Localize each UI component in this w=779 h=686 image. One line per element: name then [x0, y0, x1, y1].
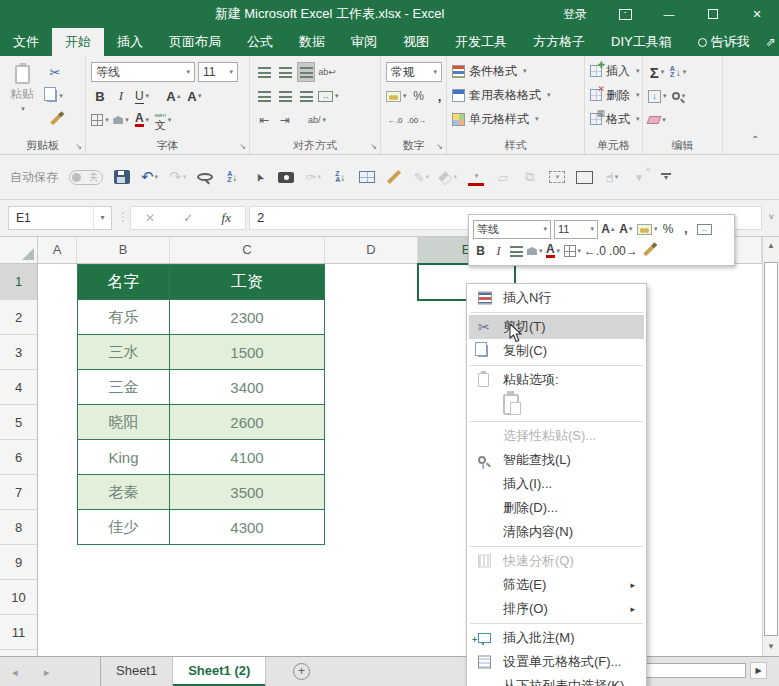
- row-header-4[interactable]: 4: [0, 370, 37, 405]
- copy-button[interactable]: ▾: [46, 86, 64, 106]
- row-header-5[interactable]: 5: [0, 405, 37, 440]
- bold-button[interactable]: B: [91, 86, 109, 106]
- format-as-table-button[interactable]: 套用表格格式▾: [452, 85, 551, 105]
- mini-decrease-decimal-button[interactable]: .00→: [609, 242, 638, 261]
- ribbon-tab-review[interactable]: 审阅: [338, 28, 390, 56]
- qat-font-color-button[interactable]: ▾: [468, 168, 484, 186]
- shrink-font-button[interactable]: A▼: [186, 86, 204, 106]
- orientation-button[interactable]: ab/▾: [308, 110, 326, 130]
- context-menu-item-delete[interactable]: 删除(D)...: [469, 496, 644, 520]
- percent-style-button[interactable]: %: [410, 86, 428, 106]
- ribbon-tab-developer[interactable]: 开发工具: [442, 28, 520, 56]
- ribbon-tab-ffcell[interactable]: 方方格子: [520, 28, 598, 56]
- table-header-cell[interactable]: 名字: [77, 264, 170, 300]
- insert-function-button[interactable]: fx: [222, 210, 231, 226]
- scroll-down-icon[interactable]: ▼: [763, 638, 779, 656]
- vertical-scrollbar[interactable]: ▲ ▼: [762, 237, 779, 656]
- wrap-text-button[interactable]: ab↩: [318, 62, 336, 82]
- mini-comma-button[interactable]: ,: [679, 220, 694, 239]
- mini-font-color-button[interactable]: A▾: [546, 242, 561, 261]
- mini-accounting-button[interactable]: ▾: [637, 220, 658, 239]
- row-header-8[interactable]: 8: [0, 510, 37, 545]
- row-header-11[interactable]: 11: [0, 615, 37, 650]
- qat-select-cells-button[interactable]: [359, 171, 375, 183]
- table-cell[interactable]: 三金: [77, 370, 170, 405]
- align-bottom-button[interactable]: [297, 62, 315, 82]
- collapse-ribbon-button[interactable]: ⌃: [751, 134, 759, 145]
- table-cell[interactable]: King: [77, 440, 170, 475]
- sheet-tab-sheet1[interactable]: Sheet1: [101, 657, 173, 686]
- cancel-entry-button[interactable]: ✕: [145, 211, 155, 225]
- qat-shapes-button[interactable]: [495, 168, 511, 186]
- align-right-button[interactable]: [297, 86, 315, 106]
- ribbon-tab-diy-toolbox[interactable]: DIY工具箱: [598, 28, 685, 56]
- context-menu-item-filter[interactable]: 筛选(E)▸: [469, 573, 644, 597]
- align-top-button[interactable]: [255, 62, 273, 82]
- row-header-6[interactable]: 6: [0, 440, 37, 475]
- row-header-2[interactable]: 2: [0, 300, 37, 335]
- table-cell[interactable]: 3400: [170, 370, 325, 405]
- table-cell[interactable]: 老秦: [77, 475, 170, 510]
- context-menu-item-sort[interactable]: 排序(O)▸: [469, 597, 644, 621]
- underline-button[interactable]: U▾: [133, 86, 151, 106]
- increase-indent-button[interactable]: ⇥: [276, 110, 294, 130]
- ribbon-tab-tell-me[interactable]: 告诉我: [685, 28, 763, 56]
- vertical-scroll-thumb[interactable]: [764, 262, 778, 636]
- cell-styles-button[interactable]: 单元格样式▾: [452, 109, 551, 129]
- context-menu-paste-option-button[interactable]: [469, 392, 644, 419]
- qat-more-commands-button[interactable]: [658, 168, 674, 186]
- column-header-a[interactable]: A: [38, 237, 77, 263]
- ribbon-display-options-button[interactable]: ˆ: [603, 0, 647, 28]
- ribbon-tab-insert[interactable]: 插入: [104, 28, 156, 56]
- context-menu-item-paste-options[interactable]: 粘贴选项:: [469, 368, 644, 392]
- context-menu-item-smart-lookup[interactable]: 智能查找(L): [469, 448, 644, 472]
- table-cell[interactable]: 4100: [170, 440, 325, 475]
- qat-format-painter-button[interactable]: [387, 170, 401, 184]
- autosum-button[interactable]: Σ▾: [648, 62, 666, 82]
- ribbon-tab-formulas[interactable]: 公式: [234, 28, 286, 56]
- font-color-button[interactable]: A▾: [133, 110, 151, 130]
- table-cell[interactable]: 2600: [170, 405, 325, 440]
- paste-button[interactable]: 粘贴 ▾: [5, 61, 39, 131]
- login-button[interactable]: 登录: [547, 6, 603, 23]
- fill-button[interactable]: ↓▾: [648, 86, 667, 106]
- font-dialog-launcher[interactable]: ↘: [239, 142, 246, 151]
- maximize-button[interactable]: [691, 0, 735, 28]
- new-sheet-button[interactable]: +: [293, 663, 310, 680]
- qat-save-button[interactable]: [114, 170, 130, 184]
- context-menu-item-cut[interactable]: 剪切(T): [469, 315, 644, 339]
- qat-fill-color-button[interactable]: ▾: [440, 168, 457, 186]
- qat-print-preview-button[interactable]: [197, 173, 213, 181]
- accounting-format-button[interactable]: ▾: [386, 86, 407, 106]
- context-menu-item-format-cells[interactable]: 设置单元格格式(F)...: [469, 650, 644, 674]
- context-menu-item-pick-from-list[interactable]: 从下拉列表中选择(K)...: [469, 674, 644, 686]
- expand-formula-bar-icon[interactable]: ˅: [769, 212, 774, 222]
- share-button[interactable]: ⇗: [763, 28, 779, 56]
- qat-camera-button[interactable]: [278, 172, 294, 183]
- mini-center-button[interactable]: [509, 242, 524, 261]
- qat-edit-pen-button[interactable]: ▾: [413, 168, 429, 186]
- align-center-button[interactable]: [276, 86, 294, 106]
- ribbon-tab-data[interactable]: 数据: [286, 28, 338, 56]
- row-header-7[interactable]: 7: [0, 475, 37, 510]
- row-header-3[interactable]: 3: [0, 335, 37, 370]
- mini-fill-color-button[interactable]: ▾: [527, 242, 543, 261]
- qat-sort-ascending-button[interactable]: A Z↓: [224, 168, 240, 186]
- ribbon-tab-home[interactable]: 开始: [52, 28, 104, 56]
- mini-merge-button[interactable]: ↔: [697, 220, 712, 239]
- delete-cells-button[interactable]: ✕删除▾: [590, 85, 640, 105]
- font-name-combo[interactable]: 等线▾: [91, 62, 195, 82]
- table-header-cell[interactable]: 工资: [170, 264, 325, 300]
- previous-sheet-icon[interactable]: ◂: [12, 666, 18, 679]
- confirm-entry-button[interactable]: ✓: [183, 211, 193, 225]
- mini-bold-button[interactable]: B: [473, 242, 488, 261]
- merge-center-button[interactable]: ↔▾: [318, 86, 339, 106]
- grow-font-button[interactable]: A▲: [165, 86, 183, 106]
- mini-grow-font-button[interactable]: A▲: [601, 220, 616, 239]
- italic-button[interactable]: I: [112, 86, 130, 106]
- phonetic-guide-button[interactable]: wén文▾: [154, 110, 172, 130]
- format-cells-ribbon-button[interactable]: ▦格式▾: [590, 109, 640, 129]
- table-cell[interactable]: 三水: [77, 335, 170, 370]
- decrease-indent-button[interactable]: ⇤: [255, 110, 273, 130]
- scroll-up-icon[interactable]: ▲: [763, 237, 779, 255]
